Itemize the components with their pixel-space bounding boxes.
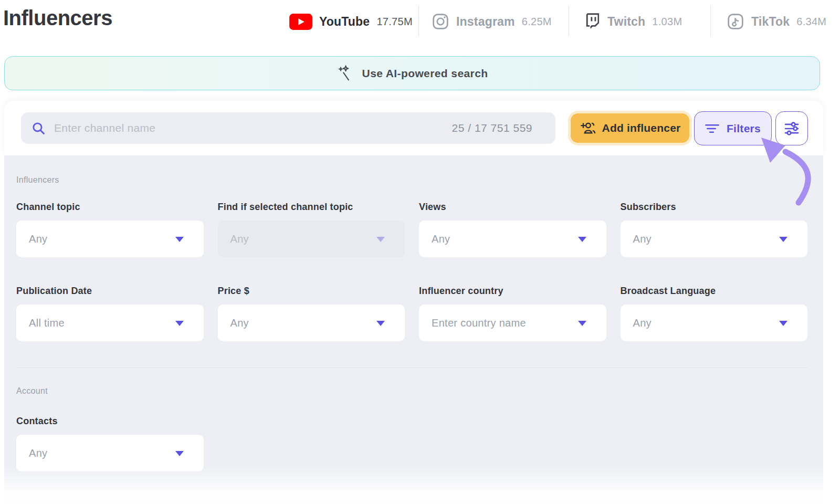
tab-divider (418, 6, 419, 36)
tab-label: Instagram (456, 15, 515, 29)
chevron-down-icon (578, 321, 586, 326)
select-value: Any (230, 233, 249, 245)
chevron-down-icon (175, 237, 184, 242)
filter-lines-icon (705, 123, 719, 134)
chevron-down-icon (175, 451, 184, 456)
field-label: Subscribers (621, 202, 808, 213)
twitch-icon (584, 13, 601, 30)
panel-bottom-fade (4, 466, 823, 504)
tab-divider (569, 6, 569, 36)
tab-label: TikTok (751, 15, 790, 29)
tab-count: 6.34M (796, 16, 826, 28)
select-placeholder: Enter country name (432, 317, 526, 329)
field-label: Find if selected channel topic (218, 202, 405, 213)
field-broadcast-language: Broadcast Language Any (621, 286, 808, 341)
tab-label: Twitch (607, 15, 645, 29)
account-filter-grid: Contacts Any (16, 416, 807, 471)
field-price: Price $ Any (218, 286, 405, 341)
select-value: Any (230, 317, 249, 329)
sliders-icon (784, 121, 800, 136)
field-contacts: Contacts Any (16, 416, 204, 471)
field-label: Publication Date (16, 286, 204, 297)
select-value: Any (29, 447, 47, 459)
field-views: Views Any (419, 202, 606, 257)
filter-settings-button[interactable] (775, 111, 808, 145)
ai-search-banner[interactable]: Use AI-powered search (4, 56, 820, 90)
chevron-down-icon (779, 237, 788, 242)
field-subscribers: Subscribers Any (621, 202, 808, 257)
publication-date-select[interactable]: All time (16, 304, 204, 341)
filter-panel: Influencers Channel topic Any Find if se… (4, 155, 823, 504)
field-channel-topic: Channel topic Any (16, 202, 204, 257)
channel-search-box: 25 / 17 751 559 (21, 112, 555, 144)
tab-count: 6.25M (522, 16, 552, 28)
chevron-down-icon (578, 237, 586, 242)
field-influencer-country: Influencer country Enter country name (419, 286, 606, 341)
tab-divider (710, 6, 711, 36)
subscribers-select[interactable]: Any (621, 220, 808, 257)
section-label-account: Account (16, 386, 48, 396)
field-publication-date: Publication Date All time (16, 286, 204, 341)
field-label: Channel topic (16, 202, 204, 213)
magic-wand-icon (337, 65, 354, 82)
channel-search-input[interactable] (46, 122, 452, 134)
filters-button[interactable]: Filters (694, 111, 772, 145)
results-count: 25 / 17 751 559 (452, 122, 532, 134)
tiktok-icon (727, 13, 744, 30)
tab-twitch[interactable]: Twitch 1.03M (584, 0, 682, 43)
youtube-icon (289, 14, 312, 30)
select-value: Any (633, 233, 652, 245)
price-select[interactable]: Any (218, 304, 405, 341)
find-if-selected-select: Any (218, 220, 405, 257)
section-label-influencers: Influencers (16, 175, 59, 185)
search-icon (32, 121, 46, 135)
field-find-if-selected: Find if selected channel topic Any (218, 202, 405, 257)
field-label: Broadcast Language (621, 286, 808, 297)
field-label: Views (419, 202, 606, 213)
tab-count: 1.03M (652, 16, 682, 28)
channel-topic-select[interactable]: Any (16, 220, 204, 257)
chevron-down-icon (376, 321, 385, 326)
filters-label: Filters (727, 122, 761, 135)
influencers-filter-grid: Channel topic Any Find if selected chann… (16, 202, 807, 341)
tab-youtube[interactable]: YouTube 17.75M (289, 0, 413, 43)
add-influencer-label: Add influencer (602, 122, 681, 134)
section-divider (16, 368, 807, 368)
select-value: Any (29, 233, 47, 245)
ai-search-label: Use AI-powered search (362, 67, 488, 80)
chevron-down-icon (175, 321, 184, 326)
select-value: Any (432, 233, 450, 245)
field-label: Influencer country (419, 286, 606, 297)
views-select[interactable]: Any (419, 220, 606, 257)
add-influencer-button[interactable]: Add influencer (571, 113, 689, 143)
influencer-country-select[interactable]: Enter country name (419, 304, 606, 341)
select-value: All time (29, 317, 65, 329)
page-title: Influencers (3, 6, 112, 30)
tab-label: YouTube (319, 15, 370, 29)
chevron-down-icon (779, 321, 788, 326)
person-add-icon (580, 121, 596, 135)
field-label: Price $ (218, 286, 405, 297)
broadcast-language-select[interactable]: Any (621, 304, 808, 341)
field-label: Contacts (16, 416, 204, 427)
tab-count: 17.75M (376, 16, 413, 28)
tab-instagram[interactable]: Instagram 6.25M (432, 0, 552, 43)
select-value: Any (633, 317, 652, 329)
tab-tiktok[interactable]: TikTok 6.34M (727, 0, 826, 43)
instagram-icon (432, 13, 449, 30)
chevron-down-icon (376, 237, 385, 242)
